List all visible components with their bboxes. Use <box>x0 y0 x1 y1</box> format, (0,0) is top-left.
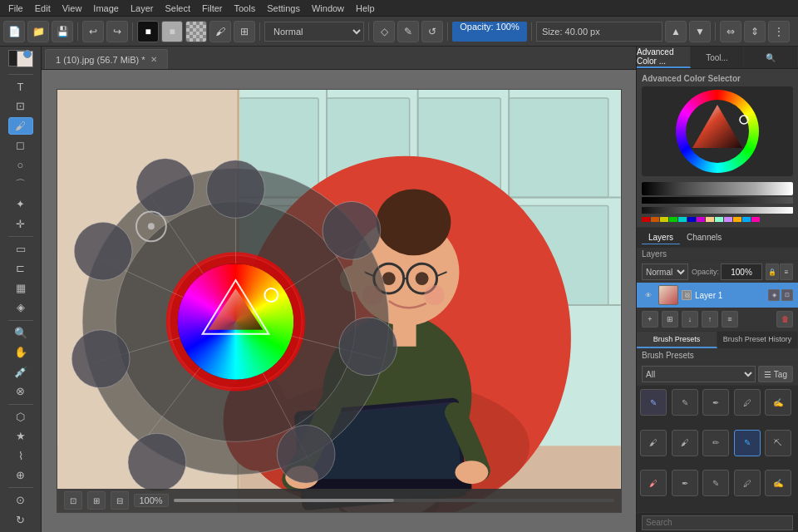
menu-select[interactable]: Select <box>160 2 195 14</box>
brush-item-13[interactable]: ✎ <box>702 470 729 496</box>
layer-option-2[interactable]: ⊡ <box>781 289 793 301</box>
value-bar[interactable] <box>642 182 793 195</box>
gradient-tool[interactable]: ◈ <box>8 298 33 317</box>
pen-button[interactable]: ✎ <box>397 21 419 42</box>
brush-item-8[interactable]: ✏ <box>702 430 729 456</box>
contiguous-tool[interactable]: ⊕ <box>8 466 33 485</box>
hand-tool[interactable]: ✋ <box>8 343 33 362</box>
save-button[interactable]: 💾 <box>52 21 73 42</box>
brush-item-2[interactable]: ✎ <box>672 389 698 416</box>
crop-tool[interactable]: ⊡ <box>8 97 33 116</box>
brush-filter-select[interactable]: All <box>642 366 756 382</box>
zoom-tool[interactable]: 🔍 <box>8 323 33 342</box>
panel-tab-tool[interactable]: Tool... <box>691 47 745 68</box>
brush-item-1[interactable]: ✎ <box>640 389 667 416</box>
menu-filter[interactable]: Filter <box>197 2 227 14</box>
brush-item-7[interactable]: 🖌 <box>672 430 698 456</box>
move-tool[interactable]: ✛ <box>8 214 33 233</box>
eraser-button[interactable]: ◇ <box>373 21 395 42</box>
swatch-mint[interactable] <box>715 217 723 222</box>
layer-more-btn[interactable]: ≡ <box>780 264 793 280</box>
swatch-amber[interactable] <box>733 217 741 222</box>
star-tool[interactable]: ★ <box>8 427 33 446</box>
fill-checker-button[interactable]: ░ <box>185 21 207 42</box>
size-input[interactable] <box>536 22 663 42</box>
swatch-green[interactable] <box>669 217 677 222</box>
rotate-canvas-tool[interactable]: ↻ <box>8 511 33 530</box>
pan-tool[interactable]: ⊙ <box>8 491 33 510</box>
mirror-v-button[interactable]: ⇕ <box>744 21 766 42</box>
brush-item-3[interactable]: ✒ <box>702 389 729 416</box>
brush-preset-history-tab[interactable]: Brush Preset History <box>717 332 798 348</box>
layer-lock-btn[interactable]: 🔒 <box>766 264 779 280</box>
mirror-h-button[interactable]: ⇔ <box>720 21 741 42</box>
menu-settings[interactable]: Settings <box>262 2 305 14</box>
swatch-lavender[interactable] <box>724 217 732 222</box>
canvas-wrapper[interactable]: ⊡ ⊞ ⊟ 100% <box>42 70 636 532</box>
canvas-tab[interactable]: 1 (10).jpg (56.7 MiB) * ✕ <box>45 49 168 69</box>
panel-tab-color[interactable]: Advanced Color ... <box>637 47 691 68</box>
brush-item-5[interactable]: ✍ <box>765 389 791 416</box>
size-down-button[interactable]: ▼ <box>689 21 711 42</box>
swatch-cyan[interactable] <box>678 217 687 222</box>
panel-tab-search[interactable]: 🔍 <box>744 47 798 68</box>
layer-option-1[interactable]: ◈ <box>768 289 780 301</box>
menu-edit[interactable]: Edit <box>30 2 56 14</box>
menu-layer[interactable]: Layer <box>126 2 159 14</box>
smudge-tool[interactable]: ⊗ <box>8 382 33 401</box>
bezier-tool[interactable]: ⌇ <box>8 446 33 465</box>
brush-tag-button[interactable]: ☰ Tag <box>758 366 793 382</box>
add-layer-btn[interactable]: + <box>642 311 658 328</box>
zoom-100-button[interactable]: ⊟ <box>111 491 129 510</box>
path-tool[interactable]: ✦ <box>8 195 33 214</box>
swatch-orange[interactable] <box>651 217 659 222</box>
menu-file[interactable]: File <box>3 2 28 14</box>
dark-bar[interactable] <box>642 197 793 204</box>
size-up-button[interactable]: ▲ <box>665 21 687 42</box>
fill-tool[interactable]: ▦ <box>8 279 33 298</box>
text-tool[interactable]: T <box>8 78 33 96</box>
select-lasso-tool[interactable]: ⊏ <box>8 259 33 278</box>
brush-search-input[interactable] <box>642 515 793 530</box>
circle-tool[interactable]: ○ <box>8 156 33 175</box>
brush-item-14[interactable]: 🖊 <box>734 470 761 496</box>
swatch-sky[interactable] <box>742 217 751 222</box>
brush-item-6[interactable]: 🖌 <box>640 430 667 456</box>
layer-blend-mode[interactable]: Normal <box>642 264 688 280</box>
tab-close-button[interactable]: ✕ <box>150 55 157 64</box>
layer-item-1[interactable]: 👁 ⛓ Layer 1 ◈ ⊡ <box>637 283 798 308</box>
merge-btn[interactable]: ≡ <box>722 311 738 328</box>
swatch-peach[interactable] <box>706 217 714 222</box>
swatch-pink[interactable] <box>751 217 760 222</box>
layer-visibility-btn[interactable]: 👁 <box>642 288 655 302</box>
eraser-tool[interactable]: ◻ <box>8 136 33 155</box>
fit-button[interactable]: ⊡ <box>64 491 82 510</box>
menu-help[interactable]: Help <box>351 2 380 14</box>
brush-item-9[interactable]: ✎ <box>734 430 761 456</box>
menu-view[interactable]: View <box>57 2 87 14</box>
color-wheel[interactable] <box>676 90 759 173</box>
settings-btn[interactable]: ⋮ <box>768 21 790 42</box>
lasso-tool[interactable]: ⌒ <box>8 175 33 194</box>
zoom-fit-button[interactable]: ⊞ <box>87 491 106 510</box>
swatch-magenta[interactable] <box>697 217 705 222</box>
brush-tool-button[interactable]: 🖌 <box>209 21 231 42</box>
color-wheel-container[interactable] <box>642 86 793 176</box>
brush-presets-tab[interactable]: Brush Presets <box>637 332 717 348</box>
blend-mode-select[interactable]: Normal <box>264 22 364 42</box>
undo-button[interactable]: ↩ <box>82 21 104 42</box>
swatch-red[interactable] <box>642 217 650 222</box>
brush-item-10[interactable]: ⛏ <box>765 430 791 456</box>
select-rect-tool[interactable]: ▭ <box>8 240 33 259</box>
menu-window[interactable]: Window <box>307 2 349 14</box>
brush-preset-button[interactable]: ⊞ <box>234 21 255 42</box>
move-down-btn[interactable]: ↓ <box>682 311 698 328</box>
brush-item-15[interactable]: ✍ <box>765 470 791 496</box>
brush-item-4[interactable]: 🖊 <box>734 389 761 416</box>
brush-item-12[interactable]: ✒ <box>672 470 698 496</box>
new-button[interactable]: 📄 <box>3 21 25 42</box>
brush-tool[interactable]: 🖌 <box>8 117 33 135</box>
group-layer-btn[interactable]: ⊞ <box>662 311 678 328</box>
rotate-button[interactable]: ↺ <box>421 21 443 42</box>
fill-black-button[interactable]: ■ <box>137 21 159 42</box>
